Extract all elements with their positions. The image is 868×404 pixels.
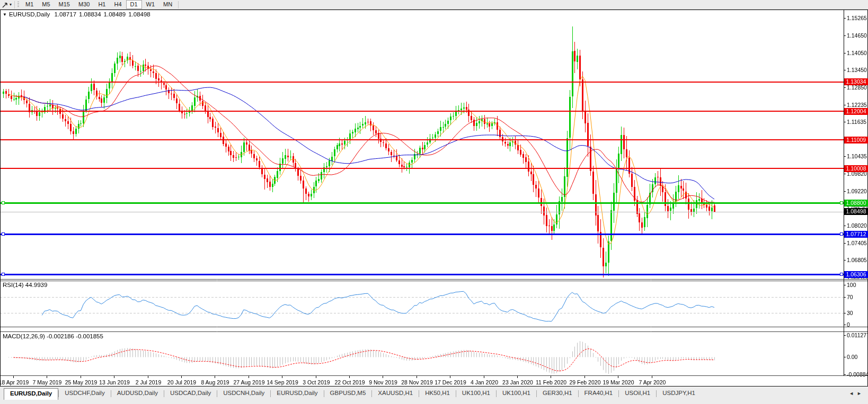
tab-scroll-left-icon[interactable]: ◄ — [849, 391, 857, 396]
chart-tab-USOil-H1[interactable]: USOil,H1 — [619, 388, 656, 399]
price-tick-label: 1.15265 — [847, 15, 868, 22]
timeframe-button-D1[interactable]: D1 — [126, 0, 142, 9]
rsi-level-label: 0 — [847, 321, 850, 328]
chart-tab-AUDUSD-Daily[interactable]: AUDUSD,Daily — [111, 388, 164, 399]
chart-tab-XAUUSD-H1[interactable]: XAUUSD,H1 — [372, 388, 419, 399]
rsi-indicator-label: RSI(14) 44.9939 — [3, 282, 47, 288]
date-label: 7 May 2019 — [31, 379, 64, 386]
timeframe-button-M15[interactable]: M15 — [55, 0, 74, 9]
price-axis-ticks: 1.152651.146501.140501.134501.128501.122… — [0, 10, 868, 279]
date-label: 29 Feb 2020 — [569, 379, 601, 386]
chart-title: ▼EURUSD,Daily 1.087171.088341.084891.084… — [3, 11, 153, 17]
date-label: 28 Nov 2019 — [401, 379, 433, 386]
support-line-tag: 1.08800 — [844, 200, 868, 207]
price-tick-label: 1.14050 — [847, 50, 868, 57]
resistance-line-tag: 1.13034 — [844, 78, 868, 85]
date-label: 2 Jul 2019 — [132, 379, 165, 386]
ohlc-high: 1.08834 — [79, 11, 101, 17]
chart-tab-EURUSD-Daily[interactable]: EURUSD,Daily — [4, 388, 58, 400]
toolbar-separator — [14, 1, 15, 8]
resistance-line-tag: 1.12004 — [844, 108, 868, 115]
date-label: 25 May 2019 — [65, 379, 98, 386]
chart-tab-EURUSD-Daily[interactable]: EURUSD,Daily — [271, 388, 323, 399]
timeframe-button-M1[interactable]: M1 — [21, 0, 38, 9]
chart-tab-USDCHF-Daily[interactable]: USDCHF,Daily — [59, 388, 110, 399]
macd-indicator-label: MACD(12,26,9) -0.002186 -0.001855 — [3, 333, 103, 339]
macd-axis-label: 0.011277 — [847, 332, 868, 338]
chart-tab-USDCNH-Daily[interactable]: USDCNH,Daily — [217, 388, 270, 399]
date-label: 20 Jul 2019 — [165, 379, 198, 386]
date-label: 4 Jan 2020 — [468, 379, 501, 386]
date-label: 14 Sep 2019 — [266, 379, 299, 386]
chart-tab-FRA40-H1[interactable]: FRA40,H1 — [579, 388, 619, 399]
date-label: 3 Oct 2019 — [300, 379, 333, 386]
ohlc-open: 1.08717 — [54, 11, 76, 17]
current-price-tag: 1.08498 — [844, 208, 868, 215]
ohlc-low: 1.08489 — [104, 11, 126, 17]
support-line-tag: 1.07712 — [844, 231, 868, 238]
support-line-tag: 1.06306 — [844, 271, 868, 278]
timeframe-button-H1[interactable]: H1 — [94, 0, 110, 9]
chart-tab-UK100-H1[interactable]: UK100,H1 — [497, 388, 536, 399]
price-tick-label: 1.08020 — [847, 222, 868, 229]
chart-tab-UK100-H1[interactable]: UK100,H1 — [456, 388, 496, 399]
tab-scroll-arrows: ◄► — [849, 391, 865, 396]
date-label: 23 Jan 2020 — [501, 379, 534, 386]
rsi-level-label: 100 — [847, 282, 856, 288]
rsi-level-label: 30 — [847, 310, 853, 316]
price-tick-label: 1.13450 — [847, 67, 868, 74]
macd-axis-label: -0.008845 — [847, 371, 868, 378]
date-label: 8 Aug 2019 — [199, 379, 232, 386]
timeframe-button-M30[interactable]: M30 — [74, 0, 94, 9]
price-tick-label: 1.14650 — [847, 32, 868, 39]
timeframe-button-M5[interactable]: M5 — [38, 0, 54, 9]
macd-axis-label: 0.00 — [847, 354, 857, 360]
chart-symbol-period: EURUSD,Daily — [9, 11, 50, 17]
chart-window: ▼EURUSD,Daily 1.087171.088341.084891.084… — [0, 10, 868, 387]
timeframe-button-W1[interactable]: W1 — [142, 0, 160, 9]
chart-tab-bar: ◄► EURUSD,DailyUSDCHF,DailyAUDUSD,DailyU… — [0, 388, 868, 404]
ohlc-close: 1.08498 — [128, 11, 150, 17]
price-tick-label: 1.06805 — [847, 257, 868, 264]
resistance-line-tag: 1.11009 — [844, 137, 868, 143]
date-label: 9 Nov 2019 — [367, 379, 400, 386]
chart-dropdown-icon[interactable]: ▼ — [3, 12, 7, 17]
price-tick-label: 1.07405 — [847, 240, 868, 247]
timeframe-buttons: M1M5M15M30H1H4D1W1MN — [21, 0, 176, 9]
chart-tab-USDCAD-Daily[interactable]: USDCAD,Daily — [164, 388, 217, 399]
tab-scroll-right-icon[interactable]: ► — [857, 391, 865, 396]
toolbar-grip[interactable] — [17, 2, 19, 8]
chart-tab-USDJPY-H1[interactable]: USDJPY,H1 — [657, 388, 701, 399]
timeframe-toolbar: ▾ M1M5M15M30H1H4D1W1MN — [0, 0, 868, 10]
date-label: 17 Dec 2019 — [434, 379, 467, 386]
rsi-level-label: 70 — [847, 294, 853, 300]
date-label: 27 Aug 2019 — [233, 379, 265, 386]
date-label: 7 Apr 2020 — [636, 379, 669, 386]
date-label: 19 Mar 2020 — [602, 379, 635, 386]
date-label: 22 Oct 2019 — [333, 379, 366, 386]
chart-tab-GER30-H1[interactable]: GER30,H1 — [537, 388, 578, 399]
chart-cursor-icon[interactable] — [1, 1, 10, 8]
price-tick-label: 1.09220 — [847, 188, 868, 195]
date-label: 18 Apr 2019 — [0, 379, 30, 386]
chart-tab-HK50-H1[interactable]: HK50,H1 — [419, 388, 456, 399]
resistance-line-tag: 1.10008 — [844, 165, 868, 172]
timeframe-button-H4[interactable]: H4 — [110, 0, 126, 9]
price-tick-label: 1.10435 — [847, 153, 868, 160]
date-label: 13 Jun 2019 — [98, 379, 131, 386]
price-tick-label: 1.11635 — [847, 119, 868, 125]
dropdown-caret-icon[interactable]: ▾ — [10, 1, 12, 8]
timeframe-button-MN[interactable]: MN — [159, 0, 176, 9]
date-label: 11 Feb 2020 — [535, 379, 568, 386]
toolbar-separator — [178, 1, 179, 8]
chart-tab-GBPUSD-M5[interactable]: GBPUSD,M5 — [324, 388, 372, 399]
mt4-app: { "toolbar": { "tool_icon": "chart-curso… — [0, 0, 868, 404]
